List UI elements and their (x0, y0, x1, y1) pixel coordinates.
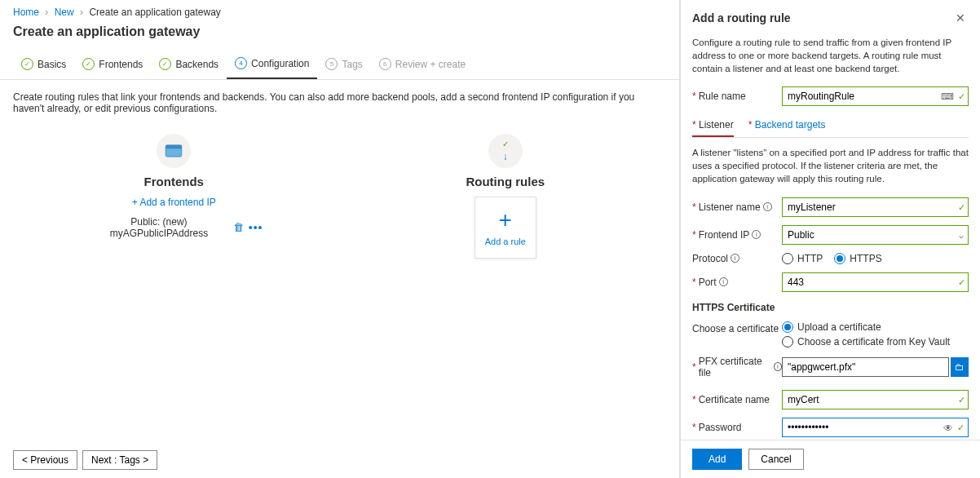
check-icon: ✓ (21, 58, 33, 70)
info-icon[interactable]: i (752, 230, 761, 239)
tab-tags: 5Tags (317, 49, 370, 79)
frontend-entry-label: Public: (new) myAGPublicIPAddress (85, 216, 233, 239)
tab-configuration[interactable]: 4Configuration (227, 49, 317, 79)
frontend-ip-label: Frontend IP (699, 229, 750, 241)
breadcrumb-current: Create an application gateway (89, 7, 220, 18)
frontend-entry: Public: (new) myAGPublicIPAddress 🗑 ••• (82, 208, 267, 242)
close-icon[interactable]: ✕ (952, 8, 969, 28)
keyboard-icon: ⌨ (941, 91, 954, 102)
info-icon[interactable]: i (763, 202, 772, 211)
cert-name-label: Certificate name (699, 394, 770, 405)
info-icon[interactable]: i (731, 254, 739, 263)
cert-name-input[interactable] (782, 390, 969, 409)
port-label: Port (699, 277, 717, 288)
routing-icon: ✓ ↓ (488, 134, 523, 168)
instruction-text: Create routing rules that link your fron… (0, 80, 679, 134)
routing-title: Routing rules (413, 175, 598, 188)
password-label: Password (699, 422, 742, 433)
browse-file-button[interactable]: 🗀 (951, 357, 969, 377)
check-icon: ✓ (958, 277, 965, 287)
wizard-tabs: ✓Basics ✓Frontends ✓Backends 4Configurat… (0, 49, 679, 80)
info-icon[interactable]: i (774, 362, 782, 371)
upload-cert-radio[interactable]: Upload a certificate (782, 321, 969, 333)
rule-name-label: Rule name (699, 91, 746, 102)
subtab-backend-targets[interactable]: * Backend targets (748, 114, 826, 137)
plus-icon: + (499, 209, 512, 232)
protocol-http-radio[interactable]: HTTP (782, 253, 823, 264)
frontends-icon (157, 134, 191, 168)
panel-title: Add a routing rule (692, 11, 791, 24)
info-icon[interactable]: i (719, 277, 728, 286)
password-input[interactable] (783, 418, 968, 436)
more-icon[interactable]: ••• (249, 221, 263, 234)
next-button[interactable]: Next : Tags > (82, 450, 157, 470)
protocol-label: Protocol (692, 253, 728, 264)
protocol-https-radio[interactable]: HTTPS (834, 253, 881, 264)
panel-description: Configure a routing rule to send traffic… (692, 36, 969, 75)
delete-icon[interactable]: 🗑 (233, 221, 244, 234)
add-rule-card[interactable]: + Add a rule (475, 197, 536, 259)
https-certificate-header: HTTPS Certificate (692, 302, 969, 313)
keyvault-cert-radio[interactable]: Choose a certificate from Key Vault (782, 336, 969, 347)
chevron-down-icon: ⌵ (959, 230, 964, 239)
listener-description: A listener "listens" on a specified port… (692, 146, 969, 185)
check-icon: ✓ (958, 91, 965, 102)
routing-column: ✓ ↓ Routing rules + Add a rule (413, 134, 598, 259)
listener-name-input[interactable] (782, 197, 969, 217)
pfx-file-input[interactable] (782, 357, 949, 377)
tab-frontends[interactable]: ✓Frontends (74, 49, 151, 79)
pfx-file-label: PFX certificate file (699, 356, 771, 378)
listener-name-label: Listener name (699, 201, 761, 213)
breadcrumb: Home › New › Create an application gatew… (0, 0, 679, 21)
tab-backends[interactable]: ✓Backends (151, 49, 227, 79)
check-icon: ✓ (159, 58, 171, 70)
tab-review: 6Review + create (371, 49, 474, 79)
check-icon: ✓ (958, 201, 965, 212)
subtab-listener[interactable]: * Listener (692, 114, 734, 137)
add-button[interactable]: Add (692, 449, 742, 470)
breadcrumb-home[interactable]: Home (13, 7, 39, 18)
check-icon: ✓ (82, 58, 95, 70)
eye-icon[interactable]: 👁 (943, 423, 953, 434)
add-frontend-link[interactable]: + Add a frontend IP (132, 197, 216, 208)
tab-basics[interactable]: ✓Basics (13, 49, 74, 79)
choose-cert-label: Choose a certificate (692, 323, 779, 334)
svg-rect-1 (166, 145, 182, 148)
breadcrumb-new[interactable]: New (55, 7, 74, 18)
add-rule-label: Add a rule (485, 237, 526, 246)
frontends-title: Frontends (82, 175, 267, 188)
frontends-column: Frontends + Add a frontend IP Public: (n… (82, 134, 267, 259)
frontend-ip-select[interactable] (782, 225, 969, 245)
step-number-icon: 4 (235, 57, 247, 69)
step-number-icon: 5 (325, 58, 338, 70)
previous-button[interactable]: < Previous (13, 450, 77, 470)
routing-rule-panel: Add a routing rule ✕ Configure a routing… (680, 0, 980, 478)
check-icon: ✓ (957, 422, 965, 432)
port-input[interactable] (782, 272, 969, 292)
step-number-icon: 6 (379, 58, 391, 70)
cancel-button[interactable]: Cancel (748, 449, 803, 470)
check-icon: ✓ (958, 394, 965, 405)
page-title: Create an application gateway (0, 21, 679, 49)
